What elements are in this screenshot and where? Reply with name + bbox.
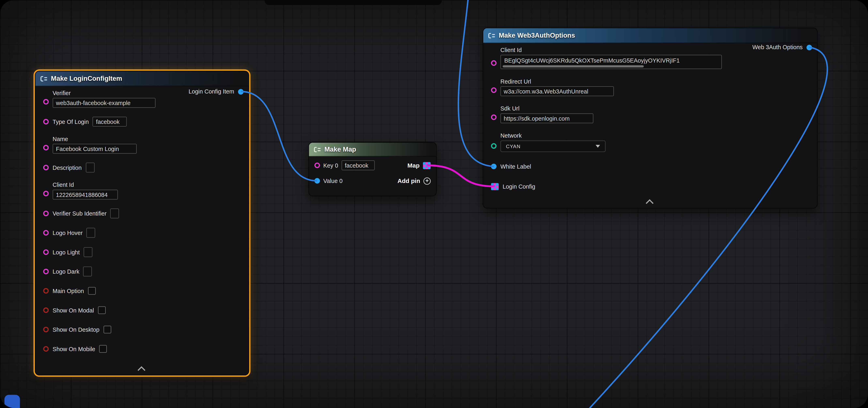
node-header[interactable]: Make Map — [309, 143, 436, 157]
chevron-up-icon — [137, 366, 145, 374]
pin-label: Name — [53, 135, 137, 143]
add-pin-icon: + — [424, 177, 431, 184]
client-id-input[interactable] — [53, 190, 118, 200]
output-web3auth-options: Web 3Auth Options — [752, 44, 812, 51]
pin-logo-light[interactable] — [43, 249, 49, 255]
show-on-mobile-checkbox[interactable] — [99, 345, 107, 353]
row-description: Description — [35, 162, 249, 173]
pin-label: Value 0 — [323, 177, 342, 184]
pin-white-label[interactable] — [491, 164, 496, 169]
pin-client-id[interactable] — [43, 191, 49, 196]
make-struct-icon — [40, 75, 48, 81]
sdk-url-input[interactable] — [500, 113, 593, 123]
pin-login-config-in[interactable] — [491, 183, 499, 190]
show-on-desktop-checkbox[interactable] — [103, 326, 111, 333]
logo-hover-input[interactable] — [87, 228, 95, 238]
pin-description[interactable] — [43, 165, 49, 170]
pin-label: Description — [53, 164, 82, 171]
graph-canvas[interactable]: Make LoginConfigItem Login Config Item V… — [0, 0, 868, 408]
pin-login-config-item-out[interactable] — [238, 89, 244, 94]
row-network: Network CYAN — [483, 132, 817, 152]
map-output-label: Map — [407, 162, 420, 169]
verifier-sub-identifier-input[interactable] — [111, 208, 119, 218]
logo-dark-input[interactable] — [83, 267, 92, 276]
row-logo-light: Logo Light — [35, 246, 249, 258]
row-type-of-login: Type Of Login — [35, 116, 249, 127]
pin-main-option[interactable] — [43, 288, 49, 294]
pin-sdk-url[interactable] — [491, 114, 496, 120]
row-value0-addpin: Value 0 Add pin + — [309, 175, 436, 186]
row-logo-dark: Logo Dark — [35, 266, 249, 277]
pin-label: Type Of Login — [53, 118, 89, 125]
row-login-config: Login Config — [483, 181, 817, 192]
pin-label: White Label — [500, 163, 531, 170]
pin-redirect-url[interactable] — [491, 88, 496, 93]
pin-label: Verifier Sub Identifier — [53, 210, 106, 217]
collapse-node-button[interactable] — [136, 366, 148, 373]
row-verifier-sub-identifier: Verifier Sub Identifier — [35, 208, 249, 219]
pin-label: Redirect Url — [500, 78, 614, 85]
output-pin-label: Login Config Item — [189, 88, 234, 95]
node-title: Make Map — [324, 145, 356, 153]
pin-show-on-modal[interactable] — [43, 307, 49, 313]
description-input[interactable] — [86, 163, 94, 172]
pin-label: Client Id — [500, 46, 722, 54]
redirect-url-input[interactable] — [500, 86, 614, 96]
node-title: Make LoginConfigItem — [51, 75, 122, 82]
node-header[interactable]: Make LoginConfigItem — [35, 71, 249, 86]
type-of-login-input[interactable] — [93, 116, 127, 127]
chevron-up-icon — [646, 199, 653, 207]
network-dropdown[interactable]: CYAN — [500, 140, 606, 152]
pin-show-on-mobile[interactable] — [43, 346, 49, 351]
pin-map-out[interactable] — [423, 162, 431, 169]
add-pin-button[interactable]: Add pin + — [398, 177, 431, 184]
verifier-input[interactable] — [53, 98, 156, 108]
row-name: Name — [35, 135, 249, 154]
add-pin-label: Add pin — [398, 177, 420, 184]
row-redirect-url: Redirect Url — [483, 78, 817, 96]
pin-type-of-login[interactable] — [43, 119, 49, 124]
row-client-id: Client Id — [35, 181, 249, 200]
chevron-down-icon — [596, 145, 600, 148]
row-main-option: Main Option — [35, 285, 249, 297]
node-header[interactable]: Make Web3AuthOptions — [483, 28, 817, 43]
name-input[interactable] — [53, 144, 137, 154]
logo-light-input[interactable] — [84, 247, 93, 257]
input-horizontal-scrollbar[interactable] — [503, 65, 644, 67]
w3-client-id-input[interactable]: BEglQSgt4cUWcj6SKRdu5QkOXTsePmMcusG5EAoy… — [500, 55, 722, 69]
row-show-on-mobile: Show On Mobile — [35, 343, 249, 354]
node-make-loginconfigitem[interactable]: Make LoginConfigItem Login Config Item V… — [35, 71, 249, 375]
pin-label: Logo Light — [53, 248, 80, 256]
pin-verifier-sub-identifier[interactable] — [43, 211, 49, 216]
pin-logo-hover[interactable] — [43, 230, 49, 236]
make-map-icon — [314, 146, 321, 152]
pin-label: Sdk Url — [500, 105, 593, 112]
pin-name[interactable] — [43, 145, 49, 150]
node-title: Make Web3AuthOptions — [499, 32, 575, 39]
show-on-modal-checkbox[interactable] — [98, 306, 105, 314]
pin-value0[interactable] — [314, 178, 320, 183]
node-make-map[interactable]: Make Map Key 0 Map — [308, 142, 437, 196]
offscreen-window-edge — [265, 0, 442, 5]
collapse-node-button[interactable] — [644, 199, 656, 206]
pin-verifier[interactable] — [43, 99, 49, 104]
main-option-checkbox[interactable] — [88, 287, 95, 295]
pin-label: Verifier — [53, 90, 156, 97]
pin-web3auth-out[interactable] — [807, 44, 812, 50]
pin-w3-client-id[interactable] — [491, 60, 496, 66]
pin-network[interactable] — [491, 143, 496, 149]
pin-label: Key 0 — [323, 162, 338, 169]
pin-label: Login Config — [503, 183, 535, 190]
row-sdk-url: Sdk Url — [483, 105, 817, 123]
pin-key0[interactable] — [314, 163, 320, 168]
key0-input[interactable] — [341, 160, 375, 170]
make-struct-icon — [488, 32, 496, 38]
w3-client-id-value: BEglQSgt4cUWcj6SKRdu5QkOXTsePmMcusG5EAoy… — [504, 57, 718, 64]
pin-show-on-desktop[interactable] — [43, 327, 49, 332]
row-key0-map: Key 0 Map — [309, 160, 436, 171]
pin-label: Client Id — [53, 181, 118, 189]
pin-logo-dark[interactable] — [43, 269, 49, 274]
row-logo-hover: Logo Hover — [35, 227, 249, 238]
network-selected-value: CYAN — [506, 143, 521, 149]
node-make-web3authoptions[interactable]: Make Web3AuthOptions Web 3Auth Options C… — [483, 28, 817, 208]
